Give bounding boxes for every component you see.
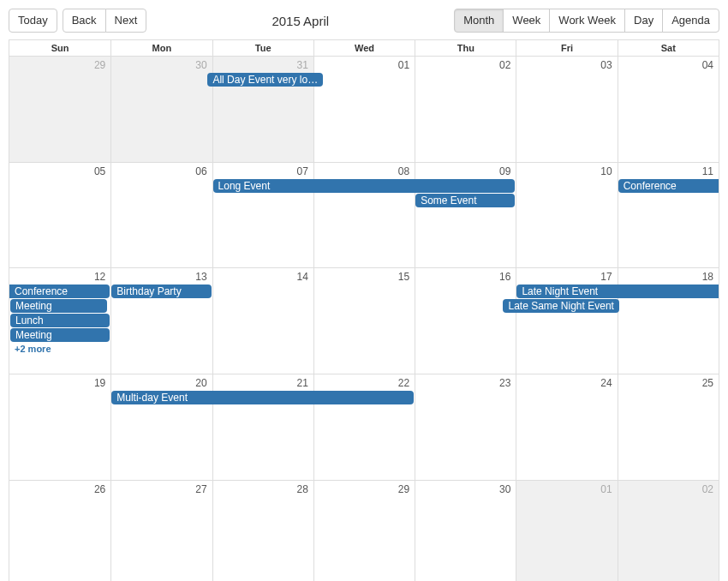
view-day-button[interactable]: Day	[624, 9, 663, 33]
date-number[interactable]: 05	[9, 163, 110, 179]
week-row: 26 27 28 29 30 01 02	[9, 480, 719, 581]
date-number[interactable]: 29	[313, 481, 415, 497]
today-button[interactable]: Today	[9, 9, 57, 33]
date-number[interactable]: 16	[415, 268, 516, 285]
event-latenight[interactable]: Late Night Event	[516, 285, 719, 298]
week-row: 29 30 31 01 02 03 04 All Day Event very …	[9, 56, 719, 162]
view-month-button[interactable]: Month	[454, 9, 504, 33]
event-latesame[interactable]: Late Same Night Event	[503, 299, 618, 313]
event-long[interactable]: Long Event	[213, 179, 516, 193]
date-number[interactable]: 20	[110, 374, 212, 391]
date-number[interactable]: 13	[110, 268, 212, 285]
event-lunch[interactable]: Lunch	[10, 314, 110, 327]
event-birthday[interactable]: Birthday Party	[111, 285, 211, 298]
date-number[interactable]: 07	[212, 163, 313, 179]
event-some[interactable]: Some Event	[415, 194, 515, 207]
day-header-sun: Sun	[9, 40, 110, 56]
day-header-fri: Fri	[516, 40, 617, 56]
week-row: 19 20 21 22 23 24 25 Multi-day Event	[9, 374, 719, 480]
date-number[interactable]: 09	[415, 163, 516, 179]
day-header-row: Sun Mon Tue Wed Thu Fri Sat	[9, 39, 719, 56]
date-number[interactable]: 18	[618, 268, 719, 285]
date-number[interactable]: 02	[618, 481, 719, 497]
week-row: 05 06 07 08 09 10 11 Long Event Conferen…	[9, 162, 719, 268]
toolbar-left: Today Back Next	[9, 9, 146, 33]
date-number[interactable]: 21	[212, 374, 313, 391]
date-number[interactable]: 30	[415, 481, 516, 497]
view-agenda-button[interactable]: Agenda	[662, 9, 719, 33]
date-number[interactable]: 22	[313, 374, 415, 391]
view-workweek-button[interactable]: Work Week	[549, 9, 625, 33]
date-number[interactable]: 27	[110, 481, 212, 497]
calendar-grid: Sun Mon Tue Wed Thu Fri Sat 29 30 3	[9, 39, 719, 581]
date-number[interactable]: 01	[516, 481, 617, 497]
day-header-sat: Sat	[618, 40, 719, 56]
date-number[interactable]: 01	[313, 57, 415, 73]
calendar-title: 2015 April	[146, 14, 454, 28]
day-header-tue: Tue	[212, 40, 313, 56]
event-meeting2[interactable]: Meeting	[10, 328, 110, 342]
date-number[interactable]: 23	[415, 374, 516, 391]
date-number[interactable]: 28	[212, 481, 313, 497]
event-allday[interactable]: All Day Event very lo…	[207, 73, 323, 87]
view-week-button[interactable]: Week	[503, 9, 550, 33]
event-multiday[interactable]: Multi-day Event	[111, 391, 414, 404]
event-conference-cont[interactable]: Conference	[9, 285, 110, 298]
view-button-group: Month Week Work Week Day Agenda	[454, 9, 719, 33]
back-button[interactable]: Back	[63, 9, 106, 33]
date-number[interactable]: 30	[110, 57, 212, 73]
date-number[interactable]: 14	[212, 268, 313, 285]
event-conference[interactable]: Conference	[618, 179, 719, 193]
day-header-mon: Mon	[110, 40, 212, 56]
nav-button-group: Back Next	[63, 9, 147, 33]
date-number[interactable]: 10	[516, 163, 617, 179]
date-number[interactable]: 02	[415, 57, 516, 73]
date-number[interactable]: 03	[516, 57, 617, 73]
next-button[interactable]: Next	[105, 9, 147, 33]
date-number[interactable]: 19	[9, 374, 110, 391]
date-number[interactable]: 31	[212, 57, 313, 73]
weeks-container: 29 30 31 01 02 03 04 All Day Event very …	[9, 56, 719, 581]
date-number[interactable]: 24	[516, 374, 617, 391]
date-number[interactable]: 12	[9, 268, 110, 285]
event-meeting[interactable]: Meeting	[10, 299, 107, 313]
date-number[interactable]: 25	[618, 374, 719, 391]
date-number[interactable]: 26	[9, 481, 110, 497]
calendar-toolbar: Today Back Next 2015 April Month Week Wo…	[9, 9, 719, 33]
date-number[interactable]: 06	[110, 163, 212, 179]
day-header-thu: Thu	[415, 40, 516, 56]
week-row: 12 13 14 15 16 17 18 Conference Birthday…	[9, 267, 719, 374]
day-header-wed: Wed	[313, 40, 415, 56]
date-number[interactable]: 08	[313, 163, 415, 179]
date-number[interactable]: 15	[313, 268, 415, 285]
show-more-link[interactable]: +2 more	[9, 343, 110, 355]
date-number[interactable]: 04	[618, 57, 719, 73]
date-number[interactable]: 29	[9, 57, 110, 73]
date-number[interactable]: 17	[516, 268, 617, 285]
date-number[interactable]: 11	[618, 163, 719, 179]
